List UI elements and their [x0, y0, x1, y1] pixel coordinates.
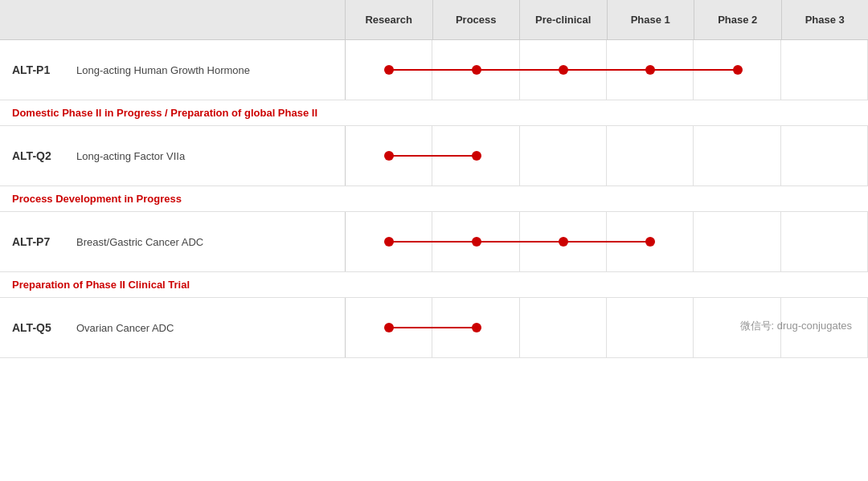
stage-cell: [694, 212, 780, 271]
altq2-label-col: ALT-Q2 Long-acting Factor VIIa: [0, 126, 346, 185]
stage-cell: [432, 212, 519, 271]
altp7-label-col: ALT-P7 Breast/Gastric Cancer ADC: [0, 212, 346, 271]
section-title-phase2prep: Preparation of Phase II Clinical Trial: [0, 272, 868, 298]
row-altp1: ALT-P1 Long-acting Human Growth Hormone: [0, 40, 868, 100]
altp1-label-col: ALT-P1 Long-acting Human Growth Hormone: [0, 40, 346, 100]
altp1-id: ALT-P1: [12, 63, 60, 76]
stage-cell: [781, 40, 868, 100]
stage-cell: [694, 126, 780, 185]
altq2-name: Long-acting Factor VIIa: [76, 150, 185, 162]
stage-cell: [694, 40, 780, 100]
watermark: 微信号: drug-conjugates: [740, 319, 852, 333]
stage-cell: [346, 40, 432, 100]
stage-cell: [432, 40, 519, 100]
altq2-stages: [346, 126, 868, 185]
header-preclinical: Pre-clinical: [520, 0, 608, 39]
stage-cell: [607, 298, 694, 357]
altp7-stages: [346, 212, 868, 271]
section-title-process: Process Development in Progress: [0, 186, 868, 212]
header-phase2: Phase 2: [694, 0, 782, 39]
altp1-name: Long-acting Human Growth Hormone: [76, 64, 250, 76]
altq5-name: Ovarian Cancer ADC: [76, 322, 174, 334]
main-container: Research Process Pre-clinical Phase 1 Ph…: [0, 0, 868, 481]
row-altp7: ALT-P7 Breast/Gastric Cancer ADC: [0, 212, 868, 272]
stage-cell: [520, 126, 607, 185]
stage-cell: [607, 40, 694, 100]
stage-cell: [520, 298, 607, 357]
header-research: Research: [346, 0, 433, 39]
altp1-stages: [346, 40, 868, 100]
section-title-domestic: Domestic Phase II in Progress / Preparat…: [0, 100, 868, 126]
header-label-col: [0, 0, 346, 39]
stage-cell: [346, 298, 432, 357]
row-altq5: ALT-Q5 Ovarian Cancer ADC 微信号: drug-conj…: [0, 298, 868, 358]
header-process: Process: [433, 0, 521, 39]
altq5-label-col: ALT-Q5 Ovarian Cancer ADC: [0, 298, 346, 357]
altq2-id: ALT-Q2: [12, 149, 60, 162]
stage-cell: [432, 126, 519, 185]
stage-cell: [781, 212, 868, 271]
altp7-id: ALT-P7: [12, 235, 60, 248]
altp7-name: Breast/Gastric Cancer ADC: [76, 236, 203, 248]
stage-cell: [520, 40, 607, 100]
stage-cell: [607, 212, 694, 271]
altq5-id: ALT-Q5: [12, 321, 60, 334]
stage-cell: [432, 298, 519, 357]
stage-cell: [520, 212, 607, 271]
stage-cell: [781, 126, 868, 185]
header-phase3: Phase 3: [782, 0, 869, 39]
stage-cell: [346, 212, 432, 271]
header-row: Research Process Pre-clinical Phase 1 Ph…: [0, 0, 868, 40]
stage-cell: [607, 126, 694, 185]
header-phase1: Phase 1: [608, 0, 695, 39]
stage-cell: [346, 126, 432, 185]
row-altq2: ALT-Q2 Long-acting Factor VIIa: [0, 126, 868, 186]
